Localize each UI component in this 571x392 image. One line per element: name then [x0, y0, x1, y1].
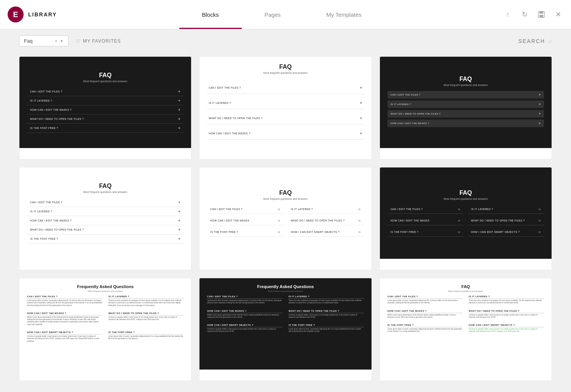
template-card-1[interactable]: FAQ Most frequent questions and answers … — [19, 56, 191, 159]
header-actions: ↑ ↻ ✕ — [495, 9, 571, 20]
svg-rect-2 — [539, 15, 543, 17]
template-grid: FAQ Most frequent questions and answers … — [0, 53, 571, 389]
heart-icon: ♡ — [76, 38, 81, 44]
filter-dropdown[interactable]: Faq × ▼ — [19, 35, 69, 46]
tab-bar: Blocks Pages My Templates — [69, 0, 495, 29]
filter-clear[interactable]: × — [55, 38, 57, 44]
search-area: ⌕ — [469, 38, 552, 45]
save-icon[interactable] — [536, 9, 547, 20]
template-card-6[interactable]: FAQ Most frequent questions and answers … — [380, 167, 552, 270]
search-icon[interactable]: ⌕ — [548, 38, 552, 45]
logo-text: LIBRARY — [28, 11, 57, 18]
filter-value: Faq — [24, 38, 32, 44]
template-card-7[interactable]: Frequently Asked Questions Most frequent… — [19, 278, 191, 381]
template-card-5[interactable]: FAQ Most frequent questions and answers … — [199, 167, 372, 270]
upload-icon[interactable]: ↑ — [502, 9, 513, 20]
refresh-icon[interactable]: ↻ — [519, 9, 530, 20]
template-card-3[interactable]: FAQ Most frequent questions and answers … — [380, 56, 552, 159]
header: E LIBRARY Blocks Pages My Templates ↑ ↻ … — [0, 0, 571, 29]
tab-blocks[interactable]: Blocks — [179, 0, 242, 29]
template-card-9[interactable]: FAQ Most frequent questions and answers … — [380, 278, 552, 381]
tab-my-templates[interactable]: My Templates — [303, 0, 384, 29]
close-icon[interactable]: ✕ — [553, 9, 563, 20]
template-card-2[interactable]: FAQ Most frequent questions and answers … — [199, 56, 372, 159]
filter-arrow: ▼ — [60, 39, 64, 43]
search-input[interactable] — [469, 38, 545, 44]
favorites-button[interactable]: ♡ MY FAVORITES — [76, 38, 121, 44]
toolbar: Faq × ▼ ♡ MY FAVORITES ⌕ — [0, 29, 571, 53]
tab-pages[interactable]: Pages — [242, 0, 304, 29]
svg-rect-1 — [539, 11, 543, 14]
template-card-4[interactable]: FAQ Most frequent questions and answers … — [19, 167, 191, 270]
logo-icon: E — [8, 6, 24, 22]
template-card-8[interactable]: Frequently Asked Questions Most frequent… — [199, 278, 372, 381]
logo-area: E LIBRARY — [0, 6, 69, 22]
